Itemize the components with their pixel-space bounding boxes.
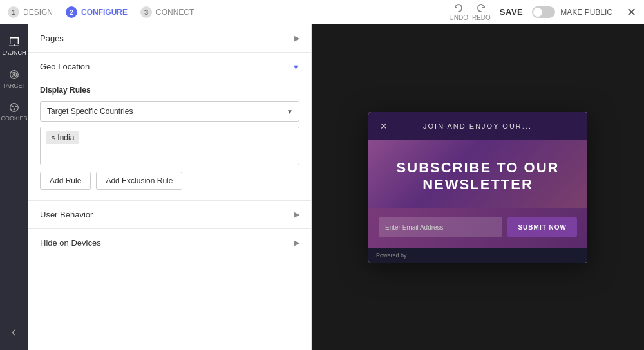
top-bar-actions: UNDO REDO SAVE MAKE PUBLIC ✕ [450,3,637,21]
popup-form-area: SUBMIT NOW [368,208,587,248]
popup-bottom-text: Powered by [376,252,407,259]
main-layout: LAUNCH TARGET COOKIES [0,24,644,350]
undo-button[interactable]: UNDO [450,3,468,21]
svg-point-7 [15,106,17,107]
popup-close-icon[interactable]: ✕ [380,121,388,131]
svg-point-6 [12,106,13,107]
geo-location-content: Display Rules Target Specific Countries … [28,86,311,200]
undo-redo-group: UNDO REDO [450,3,491,21]
step-design-label: DESIGN [23,8,53,17]
hide-on-devices-section-header[interactable]: Hide on Devices ▶ [28,229,311,257]
sidebar-item-cookies[interactable]: COOKIES [0,97,28,127]
step-design[interactable]: 1 DESIGN [8,6,53,18]
popup-header: ✕ JOIN AND ENJOY OUR... [368,112,587,140]
sidebar-item-target[interactable]: TARGET [0,64,28,94]
popup-title-line1: SUBSCRIBE TO OUR [381,160,574,176]
pages-section: Pages ▶ [28,24,311,53]
newsletter-popup: ✕ JOIN AND ENJOY OUR... SUBSCRIBE TO OUR… [368,112,587,263]
popup-email-input[interactable] [379,217,502,237]
geo-location-section: Geo Location ▼ Display Rules Target Spec… [28,53,311,201]
rules-btn-row: Add Rule Add Exclusion Rule [40,172,299,190]
redo-label: REDO [472,14,491,21]
sidebar-item-back[interactable] [0,322,28,344]
geo-location-arrow-icon: ▼ [292,63,299,71]
india-tag: × India [46,131,79,144]
step-configure[interactable]: 2 CONFIGURE [66,6,128,18]
geo-location-label: Geo Location [40,62,90,71]
popup-submit-button[interactable]: SUBMIT NOW [507,217,577,237]
undo-label: UNDO [450,14,468,21]
pages-section-header[interactable]: Pages ▶ [28,24,311,52]
user-behavior-section-header[interactable]: User Behavior ▶ [28,201,311,228]
redo-button[interactable]: REDO [472,3,491,21]
make-public-label: MAKE PUBLIC [560,8,612,17]
sidebar-target-label: TARGET [3,82,26,89]
popup-title: SUBSCRIBE TO OUR NEWSLETTER [381,160,574,194]
sidebar-cookies-label: COOKIES [1,115,27,122]
add-rule-button[interactable]: Add Rule [40,172,91,190]
user-behavior-arrow-icon: ▶ [294,210,299,219]
icon-bar: LAUNCH TARGET COOKIES [0,24,28,350]
step-connect-label: CONNECT [156,8,194,17]
tag-input-area[interactable]: × India [40,127,299,165]
hide-on-devices-arrow-icon: ▶ [294,239,299,247]
india-tag-label: × India [51,133,74,142]
user-behavior-label: User Behavior [40,210,93,219]
make-public-toggle[interactable] [532,6,555,18]
step-design-num: 1 [8,6,19,18]
step-connect-num: 3 [140,6,152,18]
svg-point-4 [14,74,15,76]
user-behavior-section: User Behavior ▶ [28,201,311,229]
wizard-steps: 1 DESIGN 2 CONFIGURE 3 CONNECT [8,6,450,18]
add-exclusion-rule-button[interactable]: Add Exclusion Rule [96,172,182,190]
pages-arrow-icon: ▶ [294,34,299,42]
hide-on-devices-label: Hide on Devices [40,238,101,248]
popup-image-area: SUBSCRIBE TO OUR NEWSLETTER [368,140,587,209]
display-rules-label: Display Rules [40,86,299,95]
popup-header-text: JOIN AND ENJOY OUR... [423,122,532,130]
close-button[interactable]: ✕ [627,5,636,19]
hide-on-devices-section: Hide on Devices ▶ [28,229,311,257]
popup-bottom-bar: Powered by [368,248,587,262]
svg-point-5 [10,104,19,112]
sidebar-item-launch[interactable]: LAUNCH [0,31,28,61]
config-panel: Pages ▶ Geo Location ▼ Display Rules Tar… [28,24,312,350]
make-public-toggle-wrap: MAKE PUBLIC [532,6,612,18]
step-configure-num: 2 [66,6,77,18]
preview-area: ✕ JOIN AND ENJOY OUR... SUBSCRIBE TO OUR… [312,24,644,350]
country-dropdown[interactable]: Target Specific Countries All Countries … [40,101,299,122]
geo-location-section-header[interactable]: Geo Location ▼ [28,53,311,80]
country-dropdown-wrap: Target Specific Countries All Countries … [40,101,299,122]
save-button[interactable]: SAVE [500,7,523,17]
pages-section-label: Pages [40,33,64,43]
popup-title-line2: NEWSLETTER [381,176,574,193]
top-bar: 1 DESIGN 2 CONFIGURE 3 CONNECT UNDO [0,0,644,24]
svg-point-8 [14,109,15,110]
sidebar-launch-label: LAUNCH [2,50,26,56]
step-connect[interactable]: 3 CONNECT [140,6,194,18]
step-configure-label: CONFIGURE [81,8,128,17]
country-tag-input[interactable] [82,131,294,143]
